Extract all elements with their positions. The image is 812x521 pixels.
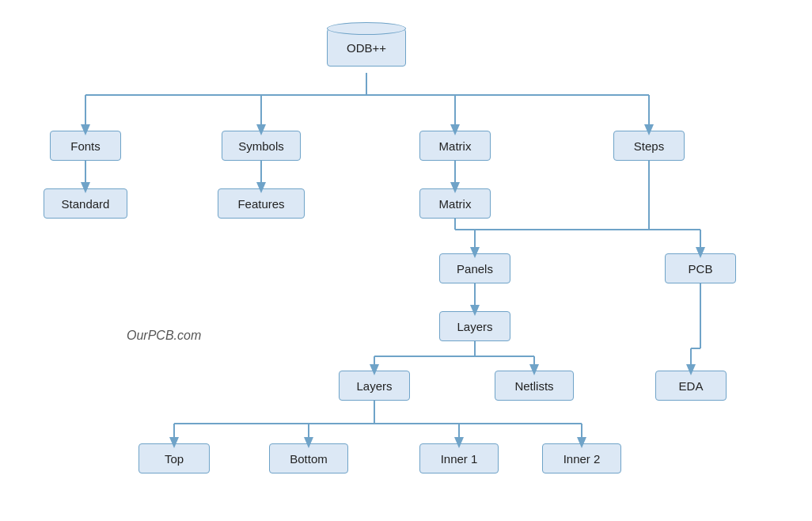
layers-sub-node: Layers [339, 371, 410, 401]
fonts-node: Fonts [50, 131, 121, 161]
steps-node: Steps [613, 131, 685, 161]
odb-node: ODB++ [327, 22, 406, 67]
symbols-node: Symbols [222, 131, 301, 161]
eda-node: EDA [655, 371, 727, 401]
watermark: OurPCB.com [127, 329, 201, 343]
standard-node: Standard [44, 188, 127, 219]
inner2-node: Inner 2 [542, 443, 621, 473]
matrix-node: Matrix [419, 131, 491, 161]
inner1-node: Inner 1 [419, 443, 499, 473]
pcb-node: PCB [665, 253, 736, 283]
panels-node: Panels [439, 253, 510, 283]
netlists-node: Netlists [495, 371, 574, 401]
odb-label: ODB++ [347, 41, 386, 55]
bottom-node: Bottom [269, 443, 348, 473]
layers-panels-node: Layers [439, 311, 510, 341]
top-node: Top [138, 443, 210, 473]
matrix2-node: Matrix [419, 188, 491, 219]
features-node: Features [218, 188, 305, 219]
